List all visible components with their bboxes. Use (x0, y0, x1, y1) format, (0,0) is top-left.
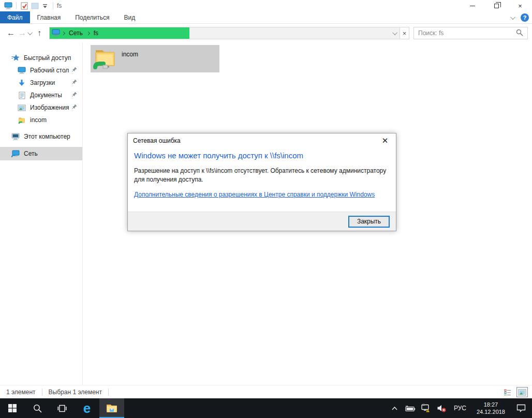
pin-icon (71, 92, 77, 99)
pin-icon (71, 79, 77, 87)
sidebar-item-this-pc[interactable]: Этот компьютер (0, 130, 82, 143)
file-explorer-button[interactable] (99, 398, 124, 418)
back-button[interactable]: ← (5, 28, 17, 38)
divider (42, 389, 42, 396)
restore-button[interactable] (484, 0, 508, 11)
start-button[interactable] (0, 398, 25, 418)
window-computer-icon (3, 1, 13, 10)
volume-muted-icon[interactable] (435, 398, 448, 418)
network-error-dialog: Сетевая ошибка ✕ Windows не может получи… (127, 133, 396, 231)
dialog-close-action-button[interactable]: Закрыть (348, 216, 390, 228)
status-selected-count: Выбран 1 элемент (49, 389, 102, 396)
stop-button[interactable]: × (400, 27, 409, 39)
view-toggles (502, 385, 528, 399)
sidebar-item-label: Быстрый доступ (24, 54, 71, 62)
status-bar: 1 элемент Выбран 1 элемент (0, 385, 532, 398)
navigation-pane: Быстрый доступ Рабочий стол Загрузки (0, 42, 83, 385)
breadcrumb-computer-icon[interactable] (52, 29, 60, 38)
taskbar: e РУС 1 (0, 398, 532, 418)
sidebar-gap (0, 143, 82, 147)
sidebar-item-network[interactable]: Сеть (0, 147, 82, 160)
expand-ribbon-icon[interactable] (510, 14, 515, 20)
sidebar-item-label: Изображения (30, 104, 69, 111)
file-explorer-icon (106, 404, 117, 413)
ribbon-tab-bar: Файл Главная Поделиться Вид ? (0, 11, 532, 24)
dialog-title: Сетевая ошибка (133, 137, 378, 144)
tab-file[interactable]: Файл (0, 11, 30, 23)
downloads-icon (18, 79, 26, 87)
windows-logo-icon (8, 404, 17, 412)
clock[interactable]: 18:27 24.12.2018 (472, 401, 509, 415)
up-button[interactable]: ↑ (34, 28, 45, 38)
tab-view[interactable]: Вид (116, 11, 142, 23)
screen: fs × Файл Главная Поделиться Вид ? ← → ↑ (0, 0, 532, 418)
language-indicator[interactable]: РУС (451, 405, 469, 412)
search-icon (33, 404, 42, 413)
battery-icon[interactable] (404, 398, 417, 418)
address-dropdown-icon[interactable] (394, 27, 397, 39)
tab-home[interactable]: Главная (30, 11, 68, 23)
search-box[interactable]: Поиск: fs (413, 27, 528, 39)
details-view-icon[interactable] (502, 387, 513, 397)
network-folder-icon (18, 116, 26, 124)
search-input[interactable]: Поиск: fs (418, 29, 516, 37)
breadcrumb-chevron-icon (62, 31, 65, 35)
search-icon[interactable] (516, 29, 523, 38)
network-warning-icon[interactable] (420, 398, 432, 418)
tab-share[interactable]: Поделиться (68, 11, 116, 23)
documents-icon (18, 91, 26, 99)
network-folder-icon (93, 46, 117, 71)
properties-icon[interactable] (19, 1, 29, 10)
customize-quick-access-icon[interactable] (40, 1, 50, 10)
sidebar-item-downloads[interactable]: Загрузки (0, 77, 82, 89)
task-view-icon (57, 405, 67, 412)
this-pc-icon (11, 132, 20, 141)
dialog-close-button[interactable]: ✕ (378, 136, 392, 146)
window-title: fs (57, 2, 62, 9)
divider (53, 2, 53, 9)
status-item-count: 1 элемент (6, 389, 36, 396)
address-bar[interactable]: Сеть fs (49, 27, 400, 39)
sidebar-item-documents[interactable]: Документы (0, 89, 82, 101)
tray-expand-icon[interactable] (389, 398, 401, 418)
action-center-icon[interactable] (512, 398, 530, 418)
dialog-help-link[interactable]: Дополнительные сведения о разрешениях в … (134, 191, 375, 198)
pictures-icon (18, 103, 26, 112)
sidebar-item-pictures[interactable]: Изображения (0, 101, 82, 114)
sidebar-item-desktop[interactable]: Рабочий стол (0, 64, 82, 77)
help-icon[interactable]: ? (521, 13, 529, 22)
recent-locations-icon[interactable] (27, 30, 33, 35)
sidebar-item-label: incom (30, 116, 47, 124)
sidebar-item-label: Этот компьютер (24, 133, 70, 140)
new-folder-icon[interactable] (29, 1, 40, 10)
forward-button[interactable]: → (17, 28, 28, 38)
dialog-body: Windows не может получить доступ к \\fs\… (128, 148, 396, 212)
dialog-heading: Windows не может получить доступ к \\fs\… (134, 151, 390, 160)
close-icon: ✕ (382, 136, 389, 145)
clock-date: 24.12.2018 (477, 408, 505, 415)
clock-time: 18:27 (477, 401, 505, 408)
large-icons-view-icon[interactable] (516, 387, 528, 397)
dialog-message: Разрешение на доступ к \\fs\incom отсутс… (134, 167, 389, 184)
pin-icon (71, 67, 77, 74)
breadcrumb-item-fs[interactable]: fs (92, 29, 100, 37)
breadcrumb: Сеть fs (50, 29, 100, 38)
task-view-button[interactable] (50, 398, 75, 418)
sidebar-gap (0, 126, 82, 130)
internet-explorer-button[interactable]: e (75, 398, 99, 418)
close-button[interactable]: × (508, 0, 532, 11)
pin-icon (71, 104, 77, 112)
breadcrumb-item-network[interactable]: Сеть (67, 29, 85, 37)
dialog-title-bar: Сетевая ошибка ✕ (128, 133, 396, 148)
taskbar-search-button[interactable] (25, 398, 50, 418)
sidebar-item-quick-access[interactable]: Быстрый доступ (0, 52, 82, 64)
file-item-incom[interactable]: incom (91, 45, 219, 72)
internet-explorer-icon: e (83, 401, 91, 415)
sidebar-item-label: Рабочий стол (30, 67, 69, 74)
window-controls: × (461, 0, 532, 11)
restore-icon (494, 4, 499, 8)
title-bar: fs × (0, 0, 532, 11)
sidebar-item-incom[interactable]: incom (0, 114, 82, 126)
quick-access-star-icon (11, 54, 20, 62)
minimize-button[interactable] (461, 0, 484, 11)
